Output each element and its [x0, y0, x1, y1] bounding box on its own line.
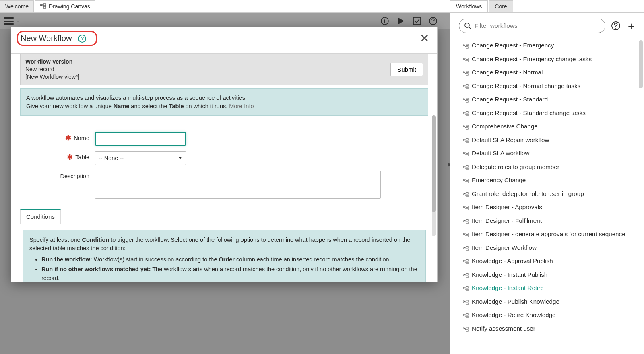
svg-rect-48 — [466, 195, 468, 197]
workflow-list-item[interactable]: Delegate roles to group member — [450, 161, 644, 175]
workflow-icon — [463, 218, 469, 226]
workflow-list[interactable]: Change Request - EmergencyChange Request… — [450, 37, 644, 354]
workflow-list-item[interactable]: Notify assessment user — [450, 323, 644, 336]
description-input[interactable] — [95, 171, 381, 199]
scroll-thumb[interactable] — [432, 115, 436, 212]
svg-point-22 — [463, 85, 465, 86]
tab-core[interactable]: Core — [489, 0, 513, 12]
workflow-icon — [463, 110, 469, 119]
workflow-list-item[interactable]: Change Request - Normal — [450, 66, 644, 80]
workflow-list-item[interactable]: Knowledge - Instant Publish — [450, 269, 644, 282]
svg-line-10 — [469, 27, 471, 29]
dialog-header: New Workflow ? ✕ — [11, 27, 437, 54]
svg-rect-62 — [466, 260, 468, 261]
svg-rect-53 — [466, 220, 468, 221]
svg-point-67 — [463, 287, 465, 289]
svg-point-76 — [463, 328, 465, 329]
workflow-list-item[interactable]: Item Designer - generate approvals for c… — [450, 228, 644, 242]
svg-rect-41 — [466, 165, 468, 167]
workflow-list-item[interactable]: Knowledge - Approval Publish — [450, 255, 644, 269]
menu-icon[interactable] — [4, 17, 14, 25]
tab-welcome[interactable]: Welcome — [0, 0, 34, 12]
svg-rect-66 — [466, 276, 468, 278]
svg-rect-32 — [466, 125, 468, 127]
svg-rect-33 — [466, 128, 468, 129]
svg-rect-15 — [466, 47, 468, 48]
svg-rect-57 — [466, 235, 468, 237]
workflow-list-item[interactable]: Item Designer Workflow — [450, 242, 644, 255]
workflow-item-label: Item Designer - Approvals — [472, 203, 542, 212]
svg-rect-14 — [466, 44, 468, 46]
submit-button[interactable]: Submit — [390, 63, 423, 76]
svg-rect-27 — [466, 101, 468, 102]
workflow-list-item[interactable]: Item Designer - Fulfilment — [450, 215, 644, 228]
side-scrollbar[interactable] — [639, 40, 643, 350]
workflow-icon — [463, 56, 469, 65]
workflow-list-item[interactable]: Knowledge - Instant Retire — [450, 282, 644, 296]
conditions-banner: Specify at least one Condition to trigge… — [23, 230, 426, 282]
info-icon[interactable] — [380, 16, 389, 25]
workflow-icon — [463, 258, 469, 267]
svg-point-16 — [463, 58, 465, 60]
dialog-title-highlight: New Workflow ? — [17, 31, 97, 46]
workflow-item-label: Item Designer Workflow — [472, 244, 537, 252]
tab-conditions[interactable]: Conditions — [20, 209, 61, 224]
dialog-scrollbar[interactable] — [432, 115, 436, 236]
play-icon[interactable] — [396, 16, 405, 25]
version-title: Workflow Version — [25, 58, 79, 66]
workflow-item-label: Change Request - Normal — [472, 68, 543, 77]
svg-point-46 — [463, 193, 465, 194]
svg-point-52 — [463, 220, 465, 221]
svg-rect-68 — [466, 287, 468, 288]
workflow-item-label: Change Request - Emergency — [472, 41, 554, 50]
info-line1: A workflow automates and visualizes a mu… — [26, 94, 422, 102]
svg-rect-23 — [466, 84, 468, 86]
workflow-list-item[interactable]: Knowledge - Publish Knowledge — [450, 296, 644, 309]
workflow-list-item[interactable]: Change Request - Standard change tasks — [450, 107, 644, 121]
workflow-list-item[interactable]: Item Designer - Approvals — [450, 201, 644, 215]
side-help-icon[interactable] — [611, 21, 621, 31]
search-input[interactable] — [475, 22, 600, 29]
description-label: Description — [60, 173, 89, 179]
more-info-link[interactable]: More Info — [229, 103, 254, 109]
dialog-help-icon[interactable]: ? — [78, 35, 86, 43]
svg-rect-75 — [466, 316, 468, 318]
tab-workflows[interactable]: Workflows — [450, 0, 488, 12]
side-panel: Workflows Core ＋ Change Request - Emerge… — [450, 0, 644, 354]
workflow-list-item[interactable]: Default SLA workflow — [450, 147, 644, 161]
workflow-item-label: Item Designer - generate approvals for c… — [472, 230, 625, 239]
svg-rect-17 — [466, 58, 468, 59]
main-area: Welcome Drawing Canvas - — [0, 0, 450, 354]
workflow-list-item[interactable]: Comprehensive Change — [450, 120, 644, 134]
close-icon[interactable]: ✕ — [417, 33, 431, 44]
workflow-icon — [463, 204, 469, 213]
table-select[interactable]: -- None -- ▼ — [95, 151, 186, 165]
svg-rect-36 — [466, 141, 468, 143]
workflow-list-item[interactable]: Default SLA Repair workflow — [450, 134, 644, 148]
workflow-list-item[interactable]: Change Request - Normal change tasks — [450, 80, 644, 94]
validate-icon[interactable] — [413, 16, 421, 25]
name-input[interactable] — [95, 132, 186, 146]
svg-point-37 — [463, 152, 465, 154]
svg-rect-71 — [466, 300, 468, 302]
required-icon: ✱ — [65, 134, 71, 142]
tab-drawing-canvas[interactable]: Drawing Canvas — [35, 0, 95, 12]
help-icon[interactable] — [429, 16, 438, 25]
side-scroll-thumb[interactable] — [639, 40, 643, 88]
search-field-wrap[interactable] — [459, 19, 605, 33]
conditions-section: Conditions Specify at least one Conditio… — [20, 209, 428, 282]
workflow-list-item[interactable]: Change Request - Standard — [450, 93, 644, 107]
workflow-list-item[interactable]: Knowledge - Retire Knowledge — [450, 309, 644, 323]
workflow-list-item[interactable]: Grant role_delegator role to user in gro… — [450, 188, 644, 202]
workflow-list-item[interactable]: Change Request - Emergency change tasks — [450, 53, 644, 67]
workflow-item-label: Change Request - Normal change tasks — [472, 82, 580, 91]
add-workflow-button[interactable]: ＋ — [626, 21, 636, 31]
workflow-item-label: Knowledge - Instant Publish — [472, 271, 547, 279]
svg-point-25 — [463, 99, 465, 100]
workflow-list-item[interactable]: Emergency Change — [450, 174, 644, 188]
workflow-item-label: Default SLA workflow — [472, 149, 530, 158]
workflow-list-item[interactable]: Change Request - Emergency — [450, 39, 644, 53]
workflow-version-text: Workflow Version New record [New Workflo… — [25, 58, 79, 81]
svg-rect-21 — [466, 74, 468, 75]
svg-rect-35 — [466, 138, 468, 140]
